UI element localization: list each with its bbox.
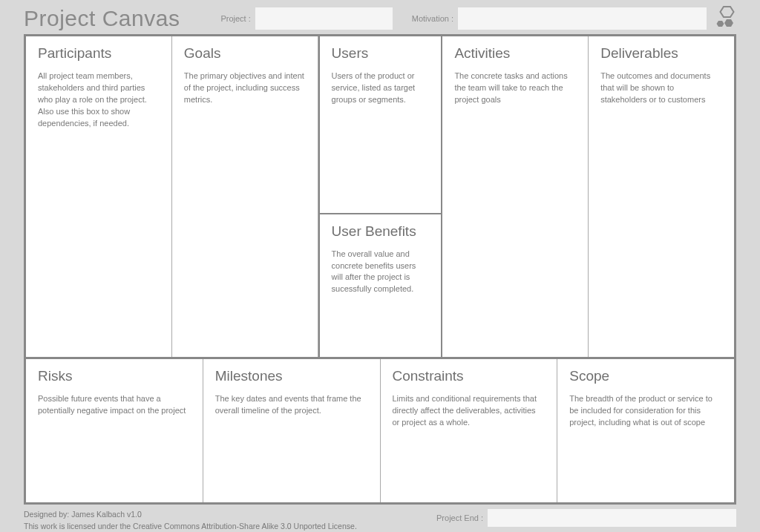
cell-desc: The outcomes and documents that will be … [600,70,722,106]
project-input[interactable] [255,7,393,30]
canvas: Participants All project team members, s… [24,34,736,505]
cell-activities: Activities The concrete tasks and action… [442,36,589,357]
cell-title: Milestones [215,368,368,384]
cell-goals: Goals The primary objectives and intent … [172,36,318,357]
cell-desc: Users of the product or service, listed … [332,70,430,106]
motivation-label: Motivation : [412,14,453,23]
cell-title: User Benefits [332,223,430,240]
cell-deliverables: Deliverables The outcomes and documents … [589,36,734,357]
cell-risks: Risks Possible future events that have a… [26,359,203,502]
project-end-label: Project End : [436,513,483,522]
cell-title: Constraints [393,368,546,384]
cell-constraints: Constraints Limits and conditional requi… [381,359,558,502]
cell-desc: The primary objectives and intent of the… [184,70,306,106]
svg-marker-1 [724,19,733,27]
cell-user-benefits: User Benefits The overall value and conc… [320,213,442,357]
cell-title: Risks [38,368,191,384]
cell-title: Deliverables [600,45,722,62]
cell-scope: Scope The breadth of the product or serv… [557,359,734,502]
cell-users: Users Users of the product or service, l… [320,36,442,213]
cell-title: Participants [38,45,160,62]
project-label: Project : [220,14,250,23]
hexagon-logo-icon [715,6,736,31]
cell-desc: The overall value and concrete benefits … [332,249,430,296]
cell-participants: Participants All project team members, s… [26,36,172,357]
cell-users-group: Users Users of the product or service, l… [318,36,443,357]
cell-title: Users [332,45,430,62]
cell-title: Activities [454,45,576,62]
page-title: Project Canvas [24,6,180,31]
cell-desc: Limits and conditional requirements that… [393,393,546,429]
cell-desc: The key dates and events that frame the … [215,393,368,417]
cell-title: Goals [184,45,306,62]
cell-desc: Possible future events that have a poten… [38,393,191,417]
cell-desc: All project team members, stakeholders a… [38,70,160,130]
footer-credit: Designed by: James Kalbach v1.0 [24,509,436,521]
footer-license: This work is licensed under the Creative… [24,521,436,532]
cell-desc: The concrete tasks and actions the team … [454,70,576,106]
motivation-input[interactable] [458,7,707,30]
svg-marker-2 [717,21,724,27]
project-end-input[interactable] [488,509,736,527]
cell-milestones: Milestones The key dates and events that… [203,359,381,502]
svg-marker-0 [721,7,734,17]
cell-title: Scope [569,368,722,384]
cell-desc: The breadth of the product or service to… [569,393,722,429]
